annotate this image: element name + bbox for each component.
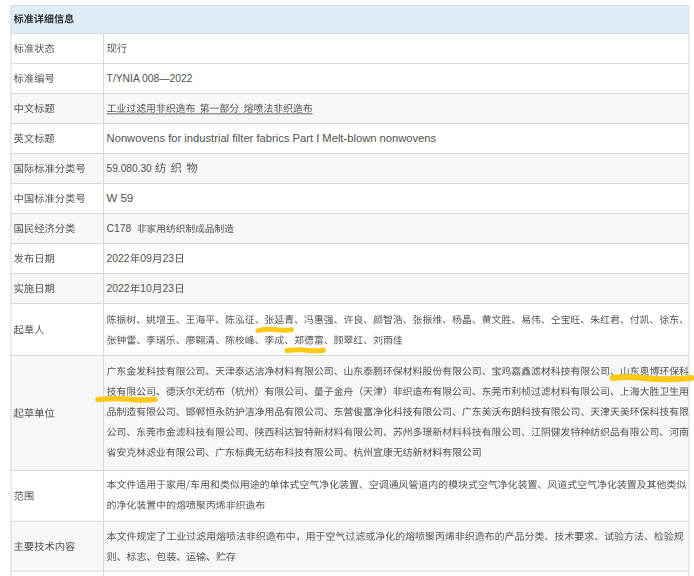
- svg-text:C178: C178: [107, 223, 132, 234]
- svg-text:2022: 2022: [107, 253, 130, 264]
- svg-text:09: 09: [140, 253, 152, 264]
- svg-text:T/YNIA 008—2022: T/YNIA 008—2022: [107, 73, 193, 84]
- svg-text:2022: 2022: [107, 283, 130, 294]
- svg-text:W 59: W 59: [107, 192, 134, 204]
- svg-text:23: 23: [163, 253, 175, 264]
- svg-text:10: 10: [140, 283, 152, 294]
- svg-text:59.080.30: 59.080.30: [107, 163, 152, 174]
- svg-text:Nonwovens for industrial filte: Nonwovens for industrial filter fabrics …: [107, 132, 437, 144]
- svg-text:23: 23: [163, 283, 175, 294]
